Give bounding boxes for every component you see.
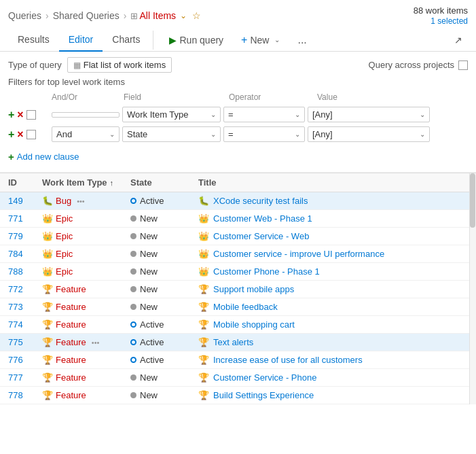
filter-value-0[interactable]: [Any] ⌄ bbox=[308, 107, 430, 122]
filter-operator-0[interactable]: = ⌄ bbox=[223, 107, 305, 122]
filter-row-1: + × And ⌄ State ⌄ = ⌄ [Any] ⌄ bbox=[8, 124, 468, 144]
row-actions[interactable]: ••• bbox=[92, 338, 100, 347]
title-text: XCode security test fails bbox=[213, 196, 308, 206]
state-label: Active bbox=[140, 319, 164, 330]
type-icon: 🏆 bbox=[42, 355, 53, 365]
andor-arrow-1: ⌄ bbox=[109, 130, 115, 138]
row-actions[interactable]: ••• bbox=[77, 197, 85, 205]
filter-value-1[interactable]: [Any] ⌄ bbox=[308, 126, 430, 142]
table-row[interactable]: 773 🏆 Feature New 🏆 Mobile feedback bbox=[0, 298, 476, 316]
filter-andor-0[interactable] bbox=[52, 112, 120, 118]
cell-state: New bbox=[130, 213, 198, 224]
cell-title[interactable]: 🏆 Text alerts bbox=[198, 337, 468, 347]
filter-actions-1: + × bbox=[8, 128, 49, 141]
more-button[interactable]: ... bbox=[290, 29, 314, 51]
run-query-label: Run query bbox=[180, 35, 224, 46]
filter-operator-1[interactable]: = ⌄ bbox=[223, 126, 305, 142]
filter-checkbox-1[interactable] bbox=[26, 130, 36, 139]
title-text: Build Settings Experience bbox=[213, 390, 314, 400]
filter-remove-btn-0[interactable]: × bbox=[17, 109, 23, 121]
state-label: New bbox=[140, 372, 158, 383]
breadcrumb-star[interactable]: ☆ bbox=[192, 10, 201, 21]
breadcrumb-current[interactable]: All Items bbox=[139, 10, 176, 21]
cell-state: New bbox=[130, 372, 198, 383]
cell-title[interactable]: 🏆 Build Settings Experience bbox=[198, 390, 468, 400]
cell-title[interactable]: 👑 Customer Phone - Phase 1 bbox=[198, 266, 468, 277]
title-text: Customer Service - Web bbox=[213, 231, 309, 241]
run-query-button[interactable]: ▶ Run query bbox=[162, 30, 232, 50]
table-row[interactable]: 779 👑 Epic New 👑 Customer Service - Web bbox=[0, 228, 476, 245]
cell-title[interactable]: 👑 Customer Web - Phase 1 bbox=[198, 213, 468, 224]
query-across: Query across projects bbox=[369, 60, 468, 70]
tab-results[interactable]: Results bbox=[8, 29, 59, 52]
filter-field-0[interactable]: Work Item Type ⌄ bbox=[122, 107, 221, 122]
cell-state: New bbox=[130, 390, 198, 400]
state-dot bbox=[130, 304, 136, 310]
cell-title[interactable]: 👑 Customer Service - Web bbox=[198, 231, 468, 241]
cell-title[interactable]: 🏆 Mobile feedback bbox=[198, 302, 468, 312]
filter-remove-btn-1[interactable]: × bbox=[17, 128, 23, 141]
table-row[interactable]: 788 👑 Epic New 👑 Customer Phone - Phase … bbox=[0, 263, 476, 281]
flat-list-icon: ▦ bbox=[73, 60, 81, 70]
new-button[interactable]: + New ⌄ bbox=[234, 29, 287, 51]
title-text: Customer Service - Phone bbox=[213, 372, 316, 383]
table-row[interactable]: 149 🐛 Bug ••• Active 🐛 XCode security te… bbox=[0, 192, 476, 210]
table-row[interactable]: 776 🏆 Feature Active 🏆 Increase ease of … bbox=[0, 351, 476, 369]
table-row[interactable]: 777 🏆 Feature New 🏆 Customer Service - P… bbox=[0, 369, 476, 387]
table-row[interactable]: 774 🏆 Feature Active 🏆 Mobile shopping c… bbox=[0, 316, 476, 334]
table-row[interactable]: 775 🏆 Feature ••• Active 🏆 Text alerts bbox=[0, 334, 476, 351]
cell-title[interactable]: 🏆 Support mobile apps bbox=[198, 284, 468, 294]
cell-state: New bbox=[130, 249, 198, 259]
fh-andor-header: And/Or bbox=[49, 92, 124, 102]
breadcrumb-dropdown-arrow[interactable]: ⌄ bbox=[180, 11, 187, 20]
filter-add-btn-0[interactable]: + bbox=[8, 109, 14, 121]
sort-icon[interactable]: ↑ bbox=[110, 179, 114, 187]
title-text: Mobile feedback bbox=[213, 302, 278, 312]
table-row[interactable]: 772 🏆 Feature New 🏆 Support mobile apps bbox=[0, 281, 476, 298]
filter-checkbox-0[interactable] bbox=[26, 110, 36, 120]
add-clause-button[interactable]: + Add new clause bbox=[8, 147, 468, 167]
table-row[interactable]: 771 👑 Epic New 👑 Customer Web - Phase 1 bbox=[0, 210, 476, 228]
tab-charts[interactable]: Charts bbox=[103, 29, 149, 52]
tab-editor[interactable]: Editor bbox=[59, 29, 103, 52]
cell-title[interactable]: 👑 Customer service - improve UI performa… bbox=[198, 249, 468, 259]
state-dot bbox=[130, 286, 136, 292]
title-icon: 🏆 bbox=[198, 337, 209, 347]
filter-andor-1[interactable]: And ⌄ bbox=[52, 126, 120, 142]
query-across-checkbox[interactable] bbox=[458, 60, 468, 70]
new-dropdown-arrow: ⌄ bbox=[274, 36, 280, 43]
state-label: New bbox=[140, 266, 158, 277]
filter-field-1[interactable]: State ⌄ bbox=[122, 126, 221, 142]
scrollbar-thumb[interactable] bbox=[470, 173, 475, 228]
cell-title[interactable]: 🐛 XCode security test fails bbox=[198, 196, 468, 206]
state-label: New bbox=[140, 249, 158, 259]
state-dot bbox=[130, 321, 136, 328]
cell-state: Active bbox=[130, 319, 198, 330]
scrollbar-track[interactable] bbox=[469, 173, 476, 404]
cell-state: Active bbox=[130, 196, 198, 206]
type-icon: 👑 bbox=[42, 231, 53, 241]
title-icon: 🏆 bbox=[198, 302, 209, 312]
filter-actions-0: + × bbox=[8, 109, 49, 121]
state-dot bbox=[130, 233, 136, 239]
cell-type: 🏆 Feature bbox=[42, 319, 130, 330]
expand-button[interactable]: ↗ bbox=[449, 31, 468, 50]
breadcrumb-home[interactable]: Queries bbox=[8, 10, 41, 21]
table-row[interactable]: 784 👑 Epic New 👑 Customer service - impr… bbox=[0, 245, 476, 263]
cell-type: 👑 Epic bbox=[42, 213, 130, 224]
type-label: Epic bbox=[56, 231, 73, 241]
results-area: ID Work Item Type ↑ State Title 149 🐛 Bu… bbox=[0, 173, 476, 404]
filter-add-btn-1[interactable]: + bbox=[8, 128, 14, 141]
table-row[interactable]: 778 🏆 Feature New 🏆 Build Settings Exper… bbox=[0, 387, 476, 404]
title-icon: 👑 bbox=[198, 213, 209, 224]
cell-title[interactable]: 🏆 Customer Service - Phone bbox=[198, 372, 468, 383]
type-label: Feature bbox=[56, 390, 86, 400]
title-icon: 👑 bbox=[198, 249, 209, 259]
state-dot bbox=[130, 339, 136, 345]
cell-title[interactable]: 🏆 Increase ease of use for all customers bbox=[198, 355, 468, 365]
query-type-select[interactable]: ▦ Flat list of work items bbox=[67, 57, 172, 73]
cell-title[interactable]: 🏆 Mobile shopping cart bbox=[198, 319, 468, 330]
type-icon: 🏆 bbox=[42, 284, 53, 294]
tabs-bar: Results Editor Charts ▶ Run query + New … bbox=[0, 29, 476, 52]
breadcrumb-shared[interactable]: Shared Queries bbox=[53, 10, 120, 21]
